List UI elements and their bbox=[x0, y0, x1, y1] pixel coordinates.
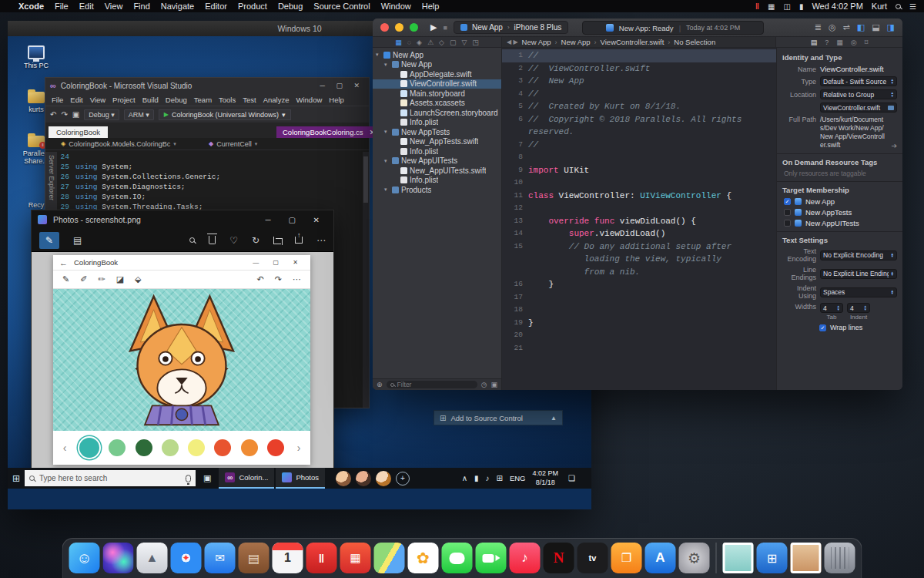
xcode-toolbar[interactable]: ▶ ■ New App › iPhone 8 Plus New App: Rea… bbox=[373, 18, 902, 37]
minimize-traffic-light[interactable] bbox=[395, 23, 403, 32]
location-dropdown[interactable]: Relative to Group▲▼ bbox=[820, 89, 897, 99]
menu-debug[interactable]: Debug bbox=[278, 2, 303, 11]
pen-tool-icon[interactable]: ✐ bbox=[80, 274, 87, 284]
draw-tool-button[interactable]: ✎ bbox=[39, 232, 59, 249]
debug-navigator-icon[interactable]: ▢ bbox=[450, 39, 457, 46]
identity-inspector-icon[interactable]: ▦ bbox=[836, 39, 843, 46]
dock-facetime[interactable] bbox=[476, 543, 507, 573]
person-avatar[interactable] bbox=[336, 471, 351, 486]
navigator-item[interactable]: ▾New AppUITests bbox=[373, 156, 501, 166]
navigator-item[interactable]: New_AppUITests.swift bbox=[373, 166, 501, 176]
code-line[interactable]: 4// bbox=[502, 88, 776, 101]
marker-tool-icon[interactable]: ✏ bbox=[98, 274, 105, 284]
filter-field[interactable]: Filter bbox=[387, 381, 477, 388]
color-swatch[interactable] bbox=[214, 439, 231, 456]
vs-menu-window[interactable]: Window bbox=[296, 96, 322, 104]
share-icon[interactable] bbox=[295, 237, 303, 244]
keyboard-status-icon[interactable]: ◫ bbox=[783, 2, 790, 11]
code-line[interactable]: 21 bbox=[502, 342, 776, 355]
taskbar-search-box[interactable]: Type here to search bbox=[25, 470, 196, 486]
dock-app-store[interactable]: A bbox=[645, 543, 676, 573]
vs-menu-tools[interactable]: Tools bbox=[219, 96, 236, 104]
vs-window-controls[interactable]: ─ ▢ ✕ bbox=[320, 82, 364, 89]
menu-help[interactable]: Help bbox=[422, 2, 440, 11]
add-to-source-control-bar[interactable]: ⊞ Add to Source Control ▲ bbox=[434, 410, 563, 425]
jump-bar-item[interactable]: No Selection bbox=[674, 38, 715, 46]
type-dropdown[interactable]: Default - Swift Source▲▼ bbox=[820, 76, 897, 86]
code-line[interactable]: 6// Copyright © 2018 Parallels. All righ… bbox=[502, 113, 776, 126]
parallels-status-icon[interactable]: ‖ bbox=[755, 2, 759, 11]
dock-screenshot-1[interactable] bbox=[723, 543, 754, 573]
target-checkbox[interactable] bbox=[784, 209, 791, 216]
redo-icon[interactable]: ↷ bbox=[275, 274, 282, 284]
menu-editor[interactable]: Editor bbox=[205, 2, 227, 11]
chevron-up-icon[interactable]: ▲ bbox=[551, 415, 557, 422]
code-line[interactable]: 9import UIKit bbox=[502, 164, 776, 177]
code-line[interactable]: 18 bbox=[502, 304, 776, 317]
code-line[interactable]: 3// New App bbox=[502, 75, 776, 88]
navigator-item[interactable]: ▾Products bbox=[373, 185, 501, 195]
dock-parallels-windows[interactable]: ⊞ bbox=[757, 543, 788, 573]
code-line[interactable]: 1// bbox=[502, 49, 776, 62]
vs-menu-project[interactable]: Project bbox=[112, 96, 136, 104]
tab-width-stepper[interactable]: 4▲▼ bbox=[820, 303, 843, 313]
color-swatch[interactable] bbox=[79, 438, 99, 458]
palette-prev-icon[interactable]: ‹ bbox=[59, 442, 70, 454]
attributes-inspector-icon[interactable]: ◎ bbox=[851, 39, 857, 46]
text-encoding-dropdown[interactable]: No Explicit Encoding▲▼ bbox=[820, 250, 897, 260]
dock-netflix[interactable]: N bbox=[544, 543, 574, 573]
vs-run-button[interactable]: ▶ ColoringBook (Universal Windows)▾ bbox=[159, 109, 291, 120]
mic-icon[interactable] bbox=[186, 475, 191, 482]
menu-edit[interactable]: Edit bbox=[79, 2, 94, 11]
navigator-item[interactable]: ▾New App bbox=[373, 50, 501, 60]
code-line[interactable]: reserved. bbox=[502, 126, 776, 139]
version-editor-icon[interactable]: ⇌ bbox=[843, 22, 850, 32]
dock-photos[interactable]: ✿ bbox=[408, 543, 439, 573]
pencil-tool-icon[interactable]: ✎ bbox=[62, 274, 69, 284]
tray-expand-icon[interactable]: ∧ bbox=[462, 474, 467, 482]
dock-screenshot-2[interactable] bbox=[791, 543, 822, 573]
person-avatar[interactable] bbox=[356, 471, 371, 486]
color-swatch[interactable] bbox=[188, 439, 205, 456]
menu-product[interactable]: Product bbox=[238, 2, 267, 11]
vs-back-icon[interactable]: ↶ bbox=[50, 110, 56, 119]
run-button[interactable]: ▶ bbox=[430, 22, 437, 32]
navigator-item[interactable]: Main.storyboard bbox=[373, 89, 501, 99]
vs-title-bar[interactable]: ∞ ColoringBook - Microsoft Visual Studio… bbox=[45, 78, 369, 93]
navigator-item[interactable]: Info.plist bbox=[373, 118, 501, 128]
vs-menu-help[interactable]: Help bbox=[329, 96, 344, 104]
test-navigator-icon[interactable]: ◇ bbox=[439, 39, 444, 46]
menu-clock[interactable]: Wed 4:02 PM bbox=[812, 2, 862, 11]
start-button[interactable]: ⊞ bbox=[8, 473, 25, 484]
wrap-lines-checkbox[interactable]: ✓ bbox=[819, 324, 826, 331]
code-line[interactable]: 19} bbox=[502, 317, 776, 330]
navigator-item[interactable]: Info.plist bbox=[373, 176, 501, 186]
crop-icon[interactable] bbox=[273, 237, 281, 244]
dock-safari[interactable]: ✦ bbox=[171, 543, 202, 573]
code-line[interactable]: 10 bbox=[502, 176, 776, 190]
more-tools-icon[interactable]: ⋯ bbox=[293, 274, 301, 284]
active-app-name[interactable]: Xcode bbox=[18, 2, 44, 11]
vs-code-line[interactable]: 27using System.Diagnostics; bbox=[57, 182, 363, 192]
spotlight-icon[interactable] bbox=[896, 4, 901, 9]
file-inspector-icon[interactable]: ▤ bbox=[811, 39, 818, 46]
standard-editor-icon[interactable]: ≣ bbox=[815, 22, 822, 32]
vs-code-line[interactable]: 28using System.IO; bbox=[57, 192, 363, 202]
color-swatch[interactable] bbox=[162, 439, 179, 456]
dock-tv[interactable]: tv bbox=[578, 543, 608, 573]
code-line[interactable]: 14 super.viewDidLoad() bbox=[502, 227, 776, 240]
report-navigator-icon[interactable]: ◳ bbox=[472, 39, 479, 46]
jump-bar-item[interactable]: New App bbox=[522, 38, 551, 46]
code-line[interactable]: loading the view, typically bbox=[502, 253, 776, 266]
file-location-field[interactable]: ViewController.swift bbox=[820, 102, 897, 113]
close-traffic-light[interactable] bbox=[380, 23, 389, 32]
history-arrows[interactable]: ◀ ▶ bbox=[507, 39, 518, 45]
code-line[interactable]: 11class ViewController: UIViewController… bbox=[502, 190, 776, 203]
desktop-icon-pc[interactable]: This PC bbox=[14, 45, 59, 69]
vs-tab-active[interactable]: ColoringBookColoring.cs✕ bbox=[276, 126, 382, 138]
display-status-icon[interactable]: ▦ bbox=[768, 2, 775, 11]
navigator-item[interactable]: ViewController.swift bbox=[373, 79, 501, 89]
coloringbook-window-controls[interactable]: — ▢ ✕ bbox=[253, 259, 304, 266]
back-arrow-icon[interactable]: ← bbox=[59, 258, 68, 267]
undo-icon[interactable]: ↶ bbox=[257, 274, 264, 284]
